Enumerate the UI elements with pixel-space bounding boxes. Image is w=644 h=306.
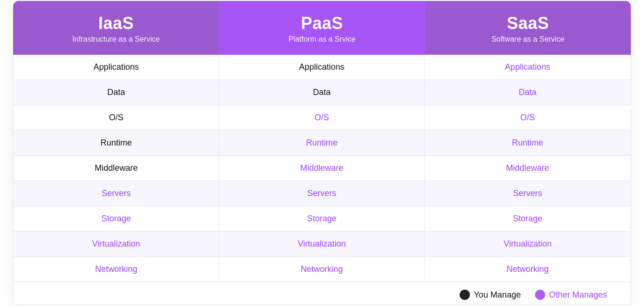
- you-manage-dot: [460, 290, 470, 300]
- data-rows: ApplicationsApplicationsApplicationsData…: [13, 55, 631, 282]
- legend-other-manages: Other Manages: [535, 290, 607, 300]
- cell-servers-iaas: Servers: [14, 181, 219, 206]
- paas-subtitle: Platform as a Srvice: [228, 35, 416, 44]
- iaas-title: IaaS: [22, 14, 210, 33]
- cell-servers-saas: Servers: [425, 181, 630, 206]
- cell-storage-saas: Storage: [425, 206, 630, 232]
- cell-virtualization-saas: Virtualization: [425, 232, 630, 257]
- cell-servers-paas: Servers: [219, 181, 424, 206]
- header-paas: PaaS Platform as a Srvice: [219, 1, 425, 55]
- cell-applications-iaas: Applications: [14, 55, 219, 80]
- cell-networking-saas: Networking: [425, 257, 630, 282]
- cell-middleware-paas: Middleware: [219, 156, 424, 181]
- cell-networking-paas: Networking: [219, 257, 424, 282]
- cell-networking-iaas: Networking: [14, 257, 219, 282]
- cell-data-paas: Data: [219, 80, 424, 105]
- saas-title: SaaS: [434, 14, 622, 33]
- header-row: IaaS Infrastructure as a Service PaaS Pl…: [13, 1, 631, 55]
- cell-applications-saas: Applications: [425, 55, 630, 80]
- cell-runtime-paas: Runtime: [219, 131, 424, 156]
- comparison-table: IaaS Infrastructure as a Service PaaS Pl…: [13, 1, 631, 306]
- cell-os-paas: O/S: [219, 105, 424, 131]
- cell-os-saas: O/S: [425, 105, 630, 131]
- cell-runtime-saas: Runtime: [425, 131, 630, 156]
- other-manages-dot: [535, 290, 545, 300]
- cell-virtualization-iaas: Virtualization: [14, 232, 219, 257]
- legend-you-manage: You Manage: [460, 290, 520, 300]
- header-iaas: IaaS Infrastructure as a Service: [13, 1, 219, 55]
- paas-title: PaaS: [228, 14, 416, 33]
- legend-row: You Manage Other Manages: [13, 282, 631, 305]
- cell-storage-paas: Storage: [219, 206, 424, 232]
- cell-os-iaas: O/S: [14, 105, 219, 131]
- saas-subtitle: Software as a Service: [434, 35, 622, 44]
- cell-middleware-iaas: Middleware: [14, 156, 219, 181]
- cell-data-iaas: Data: [14, 80, 219, 105]
- cell-storage-iaas: Storage: [14, 206, 219, 232]
- iaas-subtitle: Infrastructure as a Service: [22, 35, 210, 44]
- cell-virtualization-paas: Virtualization: [219, 232, 424, 257]
- other-manages-label: Other Manages: [549, 290, 607, 300]
- header-saas: SaaS Software as a Service: [425, 1, 631, 55]
- cell-applications-paas: Applications: [219, 55, 424, 80]
- you-manage-label: You Manage: [474, 290, 520, 300]
- cell-middleware-saas: Middleware: [425, 156, 630, 181]
- cell-runtime-iaas: Runtime: [14, 131, 219, 156]
- cell-data-saas: Data: [425, 80, 630, 105]
